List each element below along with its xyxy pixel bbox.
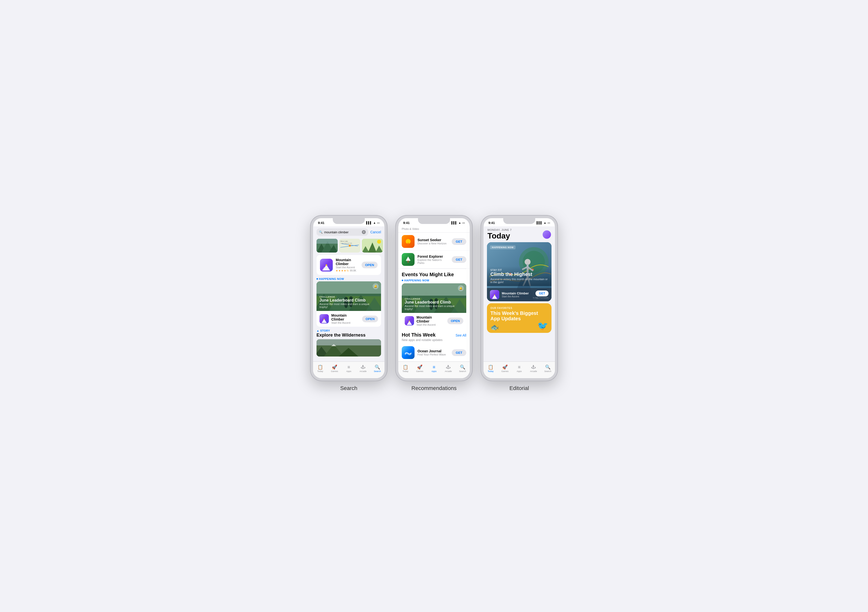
tab-games-1[interactable]: 🚀 Games — [328, 365, 341, 373]
happening-now-text-1: HAPPENING NOW — [319, 277, 344, 280]
tab-search-1[interactable]: 🔍 Search — [371, 365, 384, 373]
app-info-sunset: Sunset Seeker Discover a New Horizon — [417, 238, 449, 245]
tab-apps-1[interactable]: ≡ Apps — [342, 365, 355, 373]
star-half: ½ — [347, 269, 349, 272]
favorites-card: OUR FAVORITES This Week's Biggest App Up… — [487, 303, 552, 333]
editorial-app-name: Mountain Climber — [502, 292, 529, 295]
tab-label-games-2: Games — [416, 370, 423, 373]
star-1: ★ — [336, 269, 338, 272]
label-editorial: Editorial — [509, 385, 529, 391]
screen-recs: Photo & Video Sunset Seeker Discove — [398, 227, 470, 378]
app-info-ocean: Ocean Journal Find Your Perfect Wave — [417, 349, 449, 356]
hot-title: Hot This Week — [402, 332, 436, 338]
tab-label-arcade-3: Arcade — [530, 370, 537, 373]
tab-label-games-1: Games — [331, 370, 338, 373]
tab-label-apps-3: Apps — [517, 370, 522, 373]
battery-icon-1: ▭ — [377, 221, 380, 224]
screenshot-row: Mirror Lake Lower Yosemite Falls — [313, 237, 384, 254]
svg-point-15 — [377, 240, 381, 244]
tab-label-today-1: Today — [317, 370, 323, 373]
event-footer-2: Mountain Climber Start the Ascent OPEN — [402, 313, 466, 329]
editorial-card: HAPPENING NOW STAY FIT Climb the Highest… — [487, 242, 552, 301]
app-list-item-sunset: Sunset Seeker Discover a New Horizon GET — [398, 233, 470, 250]
event-type-1: CHALLENGE — [319, 296, 378, 298]
avatar-circle[interactable] — [542, 230, 551, 239]
app-name-ocean: Ocean Journal — [417, 349, 449, 353]
search-input-container[interactable]: 🔍 mountain climber ✕ — [316, 228, 368, 236]
tab-games-3[interactable]: 🚀 Games — [498, 365, 512, 373]
tab-search-3[interactable]: 🔍 Search — [541, 365, 555, 373]
event-desc-1: Ascend the most miles and earn a unique … — [319, 303, 378, 309]
today-icon-1: 📋 — [318, 365, 323, 369]
see-all-link[interactable]: See All — [456, 333, 466, 337]
tab-arcade-1[interactable]: 🕹 Arcade — [356, 365, 370, 373]
tab-apps-2[interactable]: ≡ Apps — [427, 365, 441, 373]
today-date: MONDAY, JUNE 7 — [487, 228, 512, 231]
scroll-content-2: Photo & Video Sunset Seeker Discove — [398, 227, 470, 362]
open-button-mountain[interactable]: OPEN — [361, 262, 378, 268]
today-icon-3: 📋 — [488, 365, 493, 369]
event-app-info-2: Mountain Climber Start the Ascent — [417, 315, 445, 326]
tab-today-3[interactable]: 📋 Today — [484, 365, 497, 373]
tab-label-search-1: Search — [374, 370, 381, 373]
tab-search-2[interactable]: 🔍 Search — [456, 365, 469, 373]
tab-arcade-3[interactable]: 🕹 Arcade — [527, 365, 540, 373]
tab-arcade-2[interactable]: 🕹 Arcade — [442, 365, 455, 373]
get-btn-sunset[interactable]: GET — [452, 238, 466, 245]
tab-bar-2: 📋 Today 🚀 Games ≡ Apps 🕹 Arcade — [398, 362, 470, 378]
phone-today-wrapper: 9:41 ▌▌▌ ▲ ▭ MONDAY, JUNE 7 Today — [481, 216, 557, 391]
search-tab-icon-1: 🔍 — [375, 365, 380, 369]
get-btn-forest[interactable]: GET — [452, 256, 466, 263]
editorial-get-btn[interactable]: GET — [535, 290, 549, 297]
status-icons-2: ▌▌▌ ▲ ▭ — [451, 221, 465, 224]
open-btn-event-2[interactable]: OPEN — [447, 318, 463, 324]
status-icons-3: ▌▌▌ ▲ ▭ — [537, 221, 550, 224]
tab-apps-3[interactable]: ≡ Apps — [513, 365, 526, 373]
svg-point-18 — [326, 264, 327, 266]
tab-label-search-3: Search — [544, 370, 552, 373]
signal-icon-1: ▌▌▌ — [366, 221, 372, 224]
games-icon-2: 🚀 — [417, 365, 422, 369]
bell-icon-1[interactable]: 🔔 — [373, 283, 378, 289]
editorial-app-sub: Start the Ascent — [502, 295, 529, 298]
event-title-1: June Leaderboard Climb — [319, 298, 378, 303]
tab-games-2[interactable]: 🚀 Games — [413, 365, 426, 373]
svg-rect-49 — [402, 283, 466, 296]
app-result-card: Mountain Climber Start the Ascent ★ ★ ★ … — [316, 255, 381, 275]
photo-video-header: Photo & Video — [398, 227, 470, 233]
event-app-name-2: Mountain Climber — [417, 315, 445, 323]
story-section-1: ▲ STORY Explore the Wilderness — [313, 327, 384, 357]
get-btn-ocean[interactable]: GET — [452, 349, 466, 356]
happening-now-badge: HAPPENING NOW — [490, 245, 516, 249]
today-header: MONDAY, JUNE 7 Today — [484, 227, 555, 241]
app-info-forest: Forest Explorer Explore the Nation's Par… — [417, 255, 449, 264]
app-sub-sunset: Discover a New Horizon — [417, 242, 449, 245]
editorial-card-footer: Mountain Climber Start the Ascent GET In… — [487, 288, 552, 301]
search-tab-icon-3: 🔍 — [545, 365, 550, 369]
event-app-icon-2 — [405, 316, 414, 325]
svg-text:Mirror Lake: Mirror Lake — [340, 241, 348, 242]
cancel-button[interactable]: Cancel — [370, 230, 381, 234]
svg-rect-25 — [316, 281, 381, 294]
editorial-app-info: Mountain Climber Start the Ascent — [502, 292, 529, 298]
battery-icon-3: ▭ — [547, 221, 550, 224]
tab-today-2[interactable]: 📋 Today — [399, 365, 412, 373]
happening-dot-2 — [402, 280, 403, 281]
in-app-text: In-App Purchases — [533, 297, 549, 299]
open-btn-event-1[interactable]: OPEN — [362, 315, 378, 322]
editorial-sub-text: Ascend to victory this month on the moun… — [490, 278, 548, 284]
bell-icon-2[interactable]: 🔔 — [458, 285, 464, 291]
search-clear-button[interactable]: ✕ — [362, 230, 366, 234]
today-title: Today — [487, 232, 512, 240]
star-2: ★ — [338, 269, 341, 272]
story-label-1: ▲ STORY — [316, 329, 381, 332]
forest-explorer-icon — [402, 253, 415, 266]
notch-1 — [333, 218, 365, 224]
event-card-1: 🔔 CHALLENGE June Leaderboard Climb Ascen… — [316, 281, 381, 327]
tab-today-1[interactable]: 📋 Today — [313, 365, 327, 373]
event-app-icon-1 — [319, 314, 329, 323]
story-title-1: Explore the Wilderness — [316, 332, 381, 338]
sunset-seeker-icon — [402, 235, 415, 248]
iphone-today: 9:41 ▌▌▌ ▲ ▭ MONDAY, JUNE 7 Today — [481, 216, 557, 381]
today-header-left: MONDAY, JUNE 7 Today — [487, 228, 512, 240]
